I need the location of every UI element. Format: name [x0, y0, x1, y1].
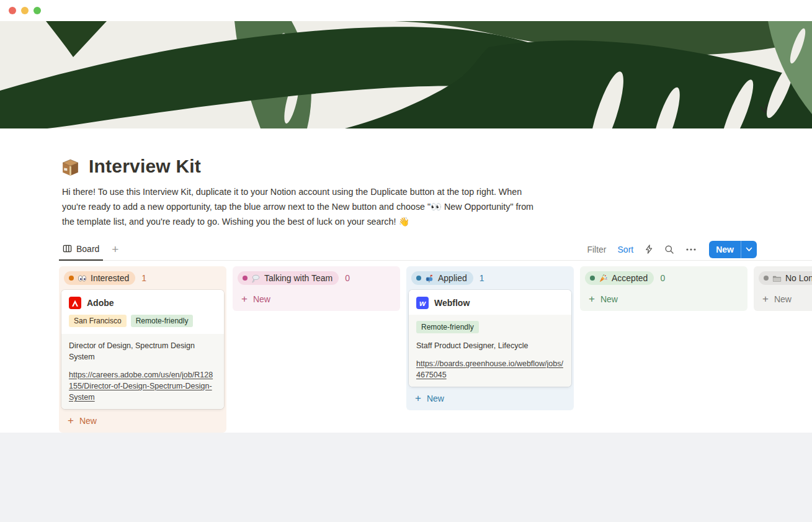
- tab-board-view[interactable]: Board: [59, 238, 103, 261]
- column-count: 0: [345, 273, 350, 283]
- thought-balloon-icon: [251, 274, 261, 283]
- board-tab-label: Board: [76, 244, 99, 254]
- column-label: Applied: [438, 273, 467, 283]
- column-label: Talking with Team: [264, 273, 332, 283]
- add-card-label: New: [253, 294, 270, 304]
- adobe-logo: [69, 297, 81, 309]
- monstera-leaves-illustration: [0, 21, 812, 128]
- filter-button[interactable]: Filter: [587, 245, 606, 254]
- card-company-name: Adobe: [87, 298, 114, 308]
- column-status-pill[interactable]: Applied: [411, 271, 473, 285]
- plus-icon: +: [589, 294, 595, 304]
- column-header: Accepted 0: [582, 269, 745, 287]
- page-header: Interview Kit: [60, 156, 201, 177]
- add-view-button[interactable]: +: [109, 242, 121, 256]
- kanban-board: Interested 1 Adobe San Francisco Remote-…: [59, 266, 812, 433]
- zoom-window-button[interactable]: [33, 7, 41, 14]
- status-dot: [764, 276, 769, 281]
- column-no-longer-interested: No Longer Interested + New: [754, 266, 812, 311]
- card-tags: Remote-friendly: [416, 321, 564, 333]
- column-status-pill[interactable]: Accepted: [585, 271, 654, 285]
- add-card-label: New: [600, 294, 618, 304]
- party-popper-icon: [599, 274, 608, 283]
- tag-remote-friendly: Remote-friendly: [416, 321, 479, 333]
- chevron-down-icon[interactable]: [741, 241, 757, 258]
- card-webflow[interactable]: w Webflow Remote-friendly Staff Product …: [409, 290, 571, 387]
- column-talking-with-team: Talking with Team 0 + New: [233, 266, 400, 311]
- card-job-link[interactable]: https://careers.adobe.com/us/en/job/R128…: [69, 369, 216, 403]
- card-header: Adobe: [61, 290, 224, 315]
- card-tags: San Francisco Remote-friendly: [61, 315, 224, 334]
- mailbox-icon: [425, 274, 434, 283]
- plus-icon: +: [68, 415, 74, 426]
- column-status-pill[interactable]: Talking with Team: [238, 271, 339, 285]
- column-header: No Longer Interested: [756, 269, 812, 287]
- package-icon[interactable]: [60, 156, 81, 177]
- tag-remote-friendly: Remote-friendly: [131, 315, 194, 327]
- page-content: Interview Kit Hi there! To use this Inte…: [0, 128, 812, 433]
- status-dot: [243, 276, 248, 281]
- card-preview: Remote-friendly Staff Product Designer, …: [409, 315, 571, 387]
- card-company-name: Webflow: [434, 298, 470, 308]
- page-cover-image: [0, 21, 812, 128]
- close-window-button[interactable]: [9, 7, 16, 14]
- column-label: No Longer Interested: [785, 273, 812, 283]
- add-card-button-interested[interactable]: + New: [61, 413, 224, 429]
- minimize-window-button[interactable]: [21, 7, 29, 14]
- column-status-pill[interactable]: Interested: [64, 271, 135, 285]
- card-job-link[interactable]: https://boards.greenhouse.io/webflow/job…: [416, 358, 564, 380]
- column-applied: Applied 1 w Webflow Remote-friendly Staf…: [406, 266, 574, 410]
- column-accepted: Accepted 0 + New: [580, 266, 747, 311]
- sort-button[interactable]: Sort: [618, 245, 634, 254]
- card-role: Director of Design, Spectrum Design Syst…: [69, 340, 216, 362]
- column-interested: Interested 1 Adobe San Francisco Remote-…: [59, 266, 226, 433]
- add-card-button-applied[interactable]: + New: [409, 390, 571, 407]
- column-count: 1: [141, 273, 146, 283]
- column-header: Talking with Team 0: [235, 269, 398, 287]
- column-header: Interested 1: [61, 269, 224, 287]
- tag-san-francisco: San Francisco: [69, 315, 127, 327]
- column-status-pill[interactable]: No Longer Interested: [759, 271, 812, 285]
- board-toolbar: Filter Sort New: [587, 238, 757, 261]
- column-count: 0: [660, 273, 665, 283]
- plus-icon: +: [241, 294, 248, 304]
- window-background: [0, 433, 812, 522]
- plus-icon: +: [415, 393, 421, 403]
- add-card-label: New: [427, 394, 444, 403]
- webflow-logo: w: [416, 297, 429, 309]
- plus-icon: +: [762, 294, 769, 304]
- more-options-icon[interactable]: [685, 248, 697, 251]
- add-card-label: New: [774, 294, 792, 304]
- add-card-button-accepted[interactable]: + New: [582, 291, 745, 307]
- search-icon[interactable]: [664, 245, 674, 254]
- card-adobe[interactable]: Adobe San Francisco Remote-friendly Dire…: [61, 290, 224, 409]
- column-label: Interested: [91, 273, 129, 283]
- window-titlebar: [0, 0, 812, 21]
- card-header: w Webflow: [409, 290, 571, 315]
- page-title: Interview Kit: [89, 156, 201, 177]
- status-dot: [69, 276, 74, 281]
- new-button-label[interactable]: New: [709, 241, 741, 258]
- folder-icon: [772, 274, 782, 283]
- board-view-icon: [63, 244, 72, 253]
- column-label: Accepted: [612, 273, 648, 283]
- new-button[interactable]: New: [709, 241, 757, 258]
- eyes-icon: [78, 274, 87, 283]
- add-card-button-no-longer[interactable]: + New: [756, 291, 812, 307]
- column-header: Applied 1: [409, 269, 571, 287]
- card-preview: Director of Design, Spectrum Design Syst…: [61, 334, 224, 409]
- page-description: Hi there! To use this Interview Kit, dup…: [62, 184, 545, 229]
- status-dot: [590, 276, 595, 281]
- card-role: Staff Product Designer, Lifecycle: [416, 340, 564, 351]
- column-count: 1: [480, 273, 484, 283]
- add-card-button-talking[interactable]: + New: [235, 291, 398, 307]
- status-dot: [416, 276, 421, 281]
- lightning-icon[interactable]: [645, 245, 653, 254]
- add-card-label: New: [79, 416, 97, 426]
